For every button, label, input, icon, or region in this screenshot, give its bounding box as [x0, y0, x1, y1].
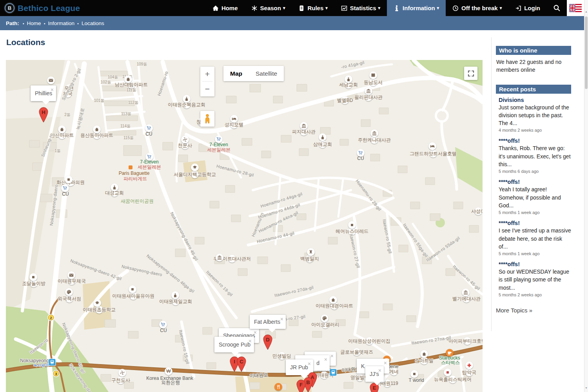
- bank-poi-icon: [462, 289, 470, 296]
- map-label: 113동: [121, 111, 131, 117]
- map-label: 탑약국: [465, 368, 473, 376]
- bank-poi-icon: [370, 129, 378, 137]
- info-window-jj-s[interactable]: JJ's×: [365, 366, 384, 382]
- recent-post: ****offs!Yeah I totally agree! Somehow, …: [496, 179, 571, 215]
- cap-poi-icon: [191, 163, 199, 171]
- info-window-scrooge-pub[interactable]: Scrooge Pub×: [214, 337, 254, 352]
- nav-item-label: Off the break: [461, 5, 498, 11]
- map-label: 샤성미: [474, 207, 482, 215]
- cart-poi-icon: [215, 135, 223, 143]
- home-poi-icon: [124, 75, 132, 83]
- close-icon[interactable]: ×: [254, 330, 257, 335]
- breadcrumb-item[interactable]: Locations: [82, 20, 104, 26]
- map-marker-F[interactable]: F: [296, 379, 306, 392]
- map-label: 109동: [137, 62, 147, 67]
- nav-item-login[interactable]: Login: [508, 0, 547, 16]
- nav-item-home[interactable]: Home: [206, 0, 245, 16]
- map-label: 외국책서점: [65, 295, 73, 303]
- info-window-phillies[interactable]: Phillies×: [31, 85, 56, 101]
- info-window-fat-alberts[interactable]: Fat Alberts×: [250, 315, 286, 329]
- map-label: -ro 41ga-gil: [341, 60, 365, 69]
- post-title[interactable]: Divisions: [499, 97, 571, 103]
- map-label: 104동: [108, 74, 118, 80]
- church-poi-icon: [111, 183, 118, 191]
- map-type-map-button[interactable]: Map: [223, 66, 249, 81]
- map-label: 녹사평대로: [75, 107, 85, 131]
- nav-item-off-the-break[interactable]: Off the break▾: [446, 0, 508, 16]
- post-title[interactable]: ****offs!: [499, 179, 571, 185]
- close-icon[interactable]: ×: [378, 368, 381, 373]
- more-topics-link[interactable]: More Topics »: [496, 307, 532, 314]
- mail-poi-icon: [47, 76, 55, 84]
- map-label: Noksapyeong-daero 46-gil: [169, 211, 199, 261]
- language-flag-icon[interactable]: [567, 0, 584, 16]
- map-label: CU: [145, 131, 152, 137]
- scroll-down-arrow[interactable]: ▼: [584, 387, 588, 389]
- map-label: 뉴욕홀리스틱케어: [449, 376, 457, 383]
- page-scrollbar[interactable]: ▲ ▼: [584, 0, 588, 392]
- map-canvas[interactable]: 104동109동110동102동111동101동112동113동114동115동…: [6, 60, 483, 392]
- close-icon[interactable]: ×: [280, 316, 283, 322]
- cart-poi-icon: [159, 321, 167, 328]
- map-label: Hoenamu-ro: [156, 71, 169, 96]
- map-label: T world: [408, 377, 424, 383]
- close-icon[interactable]: ×: [324, 357, 327, 362]
- map-marker-H[interactable]: H: [38, 107, 49, 123]
- pb-poi-icon: [129, 165, 132, 169]
- post-title[interactable]: ****offs!: [499, 220, 571, 226]
- season-icon: [251, 5, 258, 11]
- map-label: 백범일지: [306, 255, 314, 263]
- map-label: 101동: [94, 98, 105, 103]
- zoom-out-button[interactable]: −: [200, 82, 214, 96]
- home-poi-icon: [420, 350, 428, 358]
- home-icon: [212, 5, 219, 11]
- scrollbar-thumb[interactable]: [585, 16, 588, 89]
- nav-item-label: Home: [221, 5, 238, 11]
- breadcrumb-item[interactable]: Home: [27, 20, 41, 26]
- close-icon[interactable]: ×: [330, 353, 334, 359]
- search-button[interactable]: [547, 0, 567, 16]
- scroll-up-arrow[interactable]: ▲: [584, 10, 588, 13]
- post-title[interactable]: ****offs!: [499, 261, 571, 267]
- map-marker-D[interactable]: D: [263, 334, 273, 350]
- chevron-down-icon: ▾: [283, 5, 285, 11]
- map-label: 글로브올뎃재즈: [353, 348, 361, 356]
- zoom-in-button[interactable]: +: [200, 67, 214, 81]
- cross-poi-icon: [465, 361, 473, 369]
- pegman-streetview-control[interactable]: [200, 111, 214, 127]
- map-label: 쿠웨이트대사관저: [228, 255, 236, 263]
- browser-page: B Bethico League HomeSeason▾Rules▾Statis…: [0, 0, 588, 392]
- fullscreen-button[interactable]: [464, 67, 477, 80]
- nav-item-statistics[interactable]: Statistics▾: [334, 0, 387, 16]
- breadcrumb-separator: •: [23, 21, 24, 26]
- breadcrumb-item[interactable]: Information: [48, 20, 74, 26]
- post-timestamp: 5 months 1 week ago: [499, 251, 571, 256]
- nav-item-label: Information: [403, 5, 435, 11]
- map-label: 스타벅스: [441, 359, 460, 366]
- map-label: 주한케냐대사관: [370, 136, 378, 144]
- nav-menu: HomeSeason▾Rules▾Statistics▾Information▾…: [206, 0, 547, 16]
- close-icon[interactable]: ×: [51, 87, 54, 93]
- nav-item-label: Rules: [307, 5, 323, 11]
- sq-poi-icon: [129, 285, 136, 293]
- map-label: 115동: [123, 135, 134, 141]
- post-title[interactable]: ****offs!: [499, 138, 571, 144]
- map-label: 외환은행: [161, 379, 180, 386]
- close-icon[interactable]: ×: [384, 360, 387, 366]
- map-label: 112동: [128, 100, 138, 105]
- recent-posts-list: DivisionsJust some background of the div…: [496, 97, 571, 297]
- map-label: 이태원새마을유아원: [129, 292, 137, 300]
- map-marker-C[interactable]: C: [236, 356, 247, 372]
- map-label: 이태원삼성어린이집: [365, 337, 373, 345]
- bank-poi-icon: [365, 87, 372, 95]
- close-icon[interactable]: ×: [308, 361, 311, 367]
- nav-item-information[interactable]: Information▾: [387, 0, 446, 16]
- close-icon[interactable]: ×: [249, 338, 252, 344]
- nav-item-season[interactable]: Season▾: [245, 0, 292, 16]
- map-label: Hoenamu-ro 44-gil: [256, 230, 295, 244]
- brand-logo[interactable]: B Bethico League: [0, 0, 102, 16]
- map-label: 구천도사: [117, 376, 125, 384]
- nav-item-rules[interactable]: Rules▾: [292, 0, 334, 16]
- map-label: bene: [388, 364, 399, 369]
- map-type-satellite-button[interactable]: Satellite: [249, 66, 284, 81]
